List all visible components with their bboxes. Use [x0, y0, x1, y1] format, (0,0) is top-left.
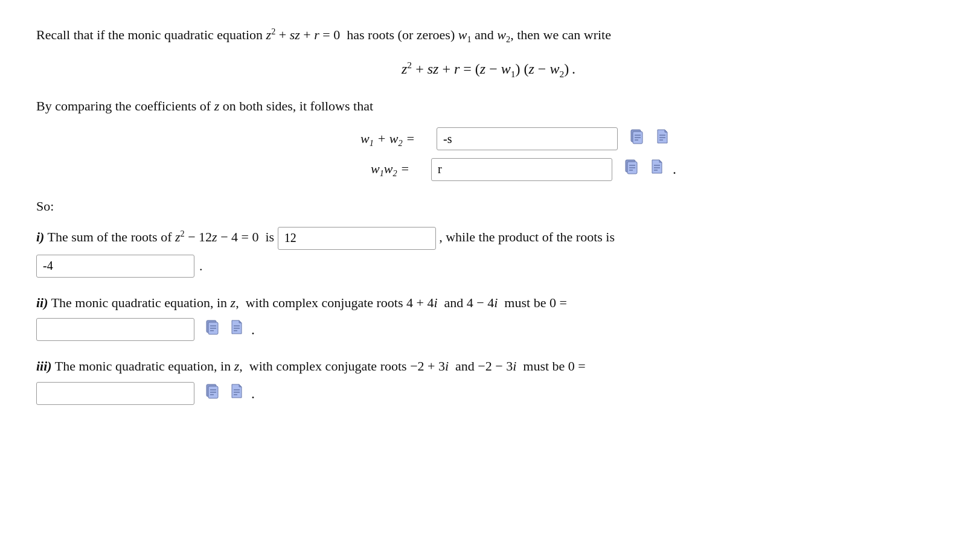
copy-icon-2b[interactable] [649, 158, 665, 180]
part-i-product-row: . [36, 255, 941, 278]
copy-icon-1b[interactable] [654, 127, 671, 150]
copy-icon-iii-b[interactable] [228, 382, 245, 405]
copy-icon-ii-b[interactable] [228, 318, 245, 341]
eq1-label: w1 + w2 = [306, 128, 415, 150]
part-iii-text: iii) The monic quadratic equation, in z,… [36, 355, 941, 377]
copy-icon-iii-a[interactable] [203, 382, 220, 405]
part-iii-label: iii) [36, 358, 52, 374]
so-label: So: [36, 196, 941, 217]
part-iii-answer-row: . [36, 382, 941, 405]
copy-icon-1a[interactable] [627, 127, 644, 150]
eq1-input[interactable] [437, 127, 618, 150]
part-ii-text: ii) The monic quadratic equation, in z, … [36, 292, 941, 313]
part-iii-input[interactable] [36, 382, 194, 405]
part-ii-answer-row: . [36, 318, 941, 341]
eq2-label: w1w2 = [301, 158, 409, 180]
part-ii-label: ii) [36, 295, 48, 310]
equation-row-1: w1 + w2 = [36, 127, 941, 150]
copy-icon-ii-a[interactable] [203, 318, 220, 341]
intro-paragraph: Recall that if the monic quadratic equat… [36, 24, 941, 46]
part-i-sum-input[interactable] [278, 227, 436, 250]
part-ii-input[interactable] [36, 318, 194, 341]
compare-line: By comparing the coefficients of z on bo… [36, 95, 941, 116]
center-equation: z2 + sz + r = (z − w1) (z − w2) . [36, 57, 941, 82]
equation-row-2: w1w2 = . [36, 158, 941, 180]
part-i-label: i) [36, 229, 44, 244]
part-i-product-input[interactable] [36, 255, 194, 278]
part-i-period: . [199, 255, 203, 276]
part-i-text: i) The sum of the roots of z2 − 12z − 4 … [36, 226, 941, 250]
eq2-input[interactable] [431, 158, 612, 181]
copy-icon-2a[interactable] [622, 158, 639, 180]
